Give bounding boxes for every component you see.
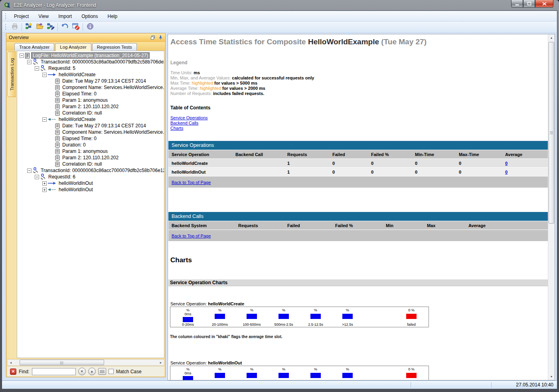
tree-row-label: Param 2: 120.110.120.202 <box>61 104 120 109</box>
bucket-range-label: 2.5-12.5s <box>300 323 331 327</box>
tree-row[interactable]: helloWorldInOut <box>17 180 164 186</box>
tree-row[interactable]: Component Name: Services.HelloWorldServi… <box>17 84 164 91</box>
toc-link-service-operations[interactable]: Service Operations <box>170 115 208 120</box>
khaki-note: The column coloured in "khaki" flags the… <box>170 335 282 339</box>
hscroll-thumb[interactable] <box>20 360 104 365</box>
tree-row[interactable]: Duration: 0 <box>17 142 164 148</box>
transaction-icon <box>40 65 46 71</box>
tab-transaction-log[interactable]: Transaction Log <box>7 51 16 97</box>
toolbar-info-button[interactable] <box>85 22 95 32</box>
maximize-button[interactable] <box>523 0 535 8</box>
bucket-percent-label: % <box>176 367 200 371</box>
menu-item-project[interactable]: Project <box>9 12 34 21</box>
tab-regression-tests[interactable]: Regression Tests <box>92 43 137 51</box>
tree-row[interactable]: LogFile: HelloWorldExample (transaction_… <box>17 52 164 59</box>
bucket-percent-label: 0 % <box>399 308 423 312</box>
tree-expander-plus[interactable] <box>42 188 47 192</box>
tree-row[interactable]: Date: Tue May 27 09:13:14 CEST 2014 <box>17 123 164 129</box>
vscroll-thumb[interactable] <box>549 42 554 224</box>
tree-row[interactable]: TransactionId: 000000053c86a0ba000079dfb… <box>17 59 164 65</box>
tab-trace-analyzer[interactable]: Trace Analyzer <box>14 43 54 51</box>
tree-expander-minus[interactable] <box>42 73 47 77</box>
bucket-bar <box>342 314 353 319</box>
tree-row[interactable]: helloWorldInOut <box>17 186 164 193</box>
match-case-checkbox[interactable] <box>109 369 114 374</box>
tree-row[interactable]: Elapsed Time: 0 <box>17 135 164 142</box>
chart-bucket: 0 %failed <box>399 366 423 380</box>
tree-expander-plus[interactable] <box>42 181 47 186</box>
tree-row[interactable]: RequestId: 5 <box>17 65 164 71</box>
close-button[interactable] <box>535 0 553 8</box>
tree-row[interactable]: Param 1: anonymous <box>17 148 164 154</box>
pin-icon[interactable] <box>158 35 163 40</box>
tree-row[interactable]: TransactionId: 000000063c86acc7000079dfb… <box>17 167 164 174</box>
chart-bucket: 0 %failed <box>399 307 423 327</box>
scroll-right-icon[interactable]: ► <box>158 360 164 365</box>
find-label: Find: <box>19 369 30 374</box>
tree-expander-minus[interactable] <box>20 53 24 58</box>
arrow-right-icon <box>47 73 56 77</box>
back-to-top-link[interactable]: Back to Top of Page <box>172 234 211 238</box>
tree-row[interactable]: RequestId: 6 <box>17 174 164 180</box>
toc-link-charts[interactable]: Charts <box>170 126 183 131</box>
tree-row[interactable]: Param 2: 120.110.120.202 <box>17 103 164 110</box>
menu-item-help[interactable]: Help <box>103 12 122 21</box>
toolbar-print-button[interactable] <box>9 22 20 32</box>
tree-row[interactable]: Correlation ID: null <box>17 161 164 167</box>
tree-expander-minus[interactable] <box>42 117 47 122</box>
toolbar-undo-button[interactable] <box>59 22 70 32</box>
tree-horizontal-scrollbar[interactable]: ◄ ► <box>7 359 164 366</box>
minimize-button[interactable] <box>511 0 523 8</box>
hscroll-track[interactable] <box>14 360 158 365</box>
scroll-up-icon[interactable]: ▲ <box>548 34 555 41</box>
report-panel: Access Time Statistics for Composite Hel… <box>168 34 555 380</box>
tab-log-analyzer[interactable]: Log Analyzer <box>55 43 91 51</box>
report-vertical-scrollbar[interactable]: ▲ ▼ <box>548 34 555 380</box>
find-next-button[interactable]: ▼ <box>78 368 86 375</box>
tree-row[interactable]: Date: Tue May 27 09:13:14 CEST 2014 <box>17 78 164 84</box>
tree-row[interactable]: Param 2: 120.110.120.202 <box>17 154 164 161</box>
menubar-drag-handle[interactable] <box>5 13 6 19</box>
service-operations-table: Service OperationsService OperationBacke… <box>168 141 548 188</box>
menu-item-view[interactable]: View <box>34 12 53 21</box>
info-icon <box>86 22 94 32</box>
tree-row-label: LogFile: HelloWorldExample (transaction_… <box>32 53 149 58</box>
tree-expander-minus[interactable] <box>27 60 32 64</box>
menu-item-options[interactable]: Options <box>77 12 103 21</box>
toolbar-edit-model-button[interactable] <box>45 22 56 32</box>
menu-item-import[interactable]: Import <box>53 12 77 21</box>
legend-value: ms <box>194 70 200 75</box>
tree-row[interactable]: Component Name: Services.HelloWorldServi… <box>17 129 164 135</box>
tree-row[interactable]: Correlation ID: null <box>17 110 164 116</box>
transaction-icon <box>32 59 38 65</box>
float-window-icon[interactable] <box>150 35 155 40</box>
chart-bucket: %>12.5s <box>336 307 359 327</box>
scroll-down-icon[interactable]: ▼ <box>548 373 555 380</box>
tree-row[interactable]: helloWorldCreate <box>17 116 164 123</box>
match-case-label: Match Case <box>116 369 142 374</box>
tree-expander-minus[interactable] <box>35 66 39 71</box>
find-bar: ✕ Find: ▼ ▲ Match Case <box>7 366 164 376</box>
toolbar-open-model-button[interactable] <box>34 22 45 32</box>
find-input[interactable] <box>32 368 76 375</box>
legend-label: Number of Requests: <box>170 91 213 96</box>
average-link[interactable]: 0 <box>505 170 508 174</box>
toc-link-backend-calls[interactable]: Backend Calls <box>170 121 198 125</box>
tree-row[interactable]: Elapsed Time: 0 <box>17 91 164 97</box>
back-to-top-link[interactable]: Back to Top of Page <box>172 180 211 185</box>
find-close-button[interactable]: ✕ <box>10 368 16 375</box>
toolbar-drag-handle[interactable] <box>5 24 6 30</box>
find-options-button[interactable] <box>98 368 106 375</box>
tree-row[interactable]: Param 1: anonymous <box>17 97 164 103</box>
edit-model-icon <box>47 22 55 32</box>
title-bar[interactable]: E2E Analyzer - Log Analyzer: Frontend <box>0 0 559 10</box>
average-link[interactable]: 0 <box>505 161 508 166</box>
find-prev-button[interactable]: ▲ <box>88 368 96 375</box>
scroll-left-icon[interactable]: ◄ <box>8 360 14 365</box>
toolbar-close-log-button[interactable] <box>70 22 81 32</box>
bucket-bar <box>215 373 225 378</box>
tree-row[interactable]: helloWorldCreate <box>17 71 164 78</box>
tree-expander-minus[interactable] <box>27 168 32 173</box>
tree-expander-minus[interactable] <box>35 175 39 179</box>
toolbar-new-model-button[interactable] <box>24 22 34 32</box>
